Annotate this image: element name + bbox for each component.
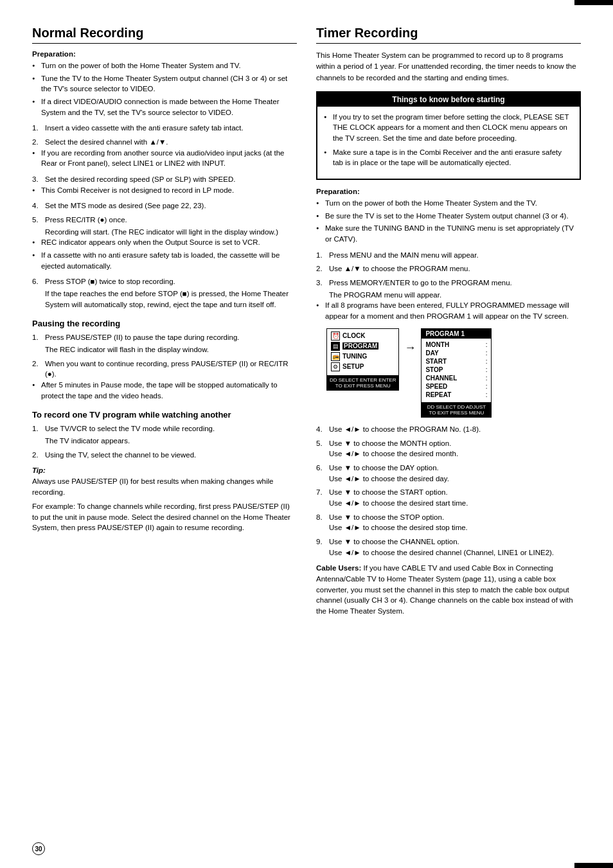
two-column-layout: Normal Recording Preparation: Turn on th…	[32, 26, 581, 617]
timer-step-9: 9. Use ▼ to choose the CHANNEL option. U…	[316, 536, 581, 558]
step-2: 2. Select the desired channel with ▲/▼. …	[32, 137, 297, 169]
page-container: Normal Recording Preparation: Turn on th…	[0, 0, 613, 868]
list-item: After 5 minutes in Pause mode, the tape …	[32, 380, 297, 401]
list-item: Turn on the power of both the Home Theat…	[316, 198, 581, 209]
program-footer: DD SELECT DD ADJUSTTO EXIT PRESS MENU	[422, 402, 491, 417]
cable-users-bold: Cable Users:	[316, 564, 361, 572]
record-tv-step-2: 2. Using the TV, select the channel to b…	[32, 450, 297, 461]
things-to-know-content: If you try to set the program timer befo…	[317, 107, 580, 179]
pause-step-1-note: The REC indicator will flash in the disp…	[32, 344, 297, 355]
menu-footer: DD SELECT ENTER ENTERTO EXIT PRESS MENU	[327, 375, 398, 390]
timer-step-5: 5. Use ▼ to choose the MONTH option. Use…	[316, 438, 581, 459]
tuning-icon: 📻	[331, 352, 340, 361]
right-preparation-label: Preparation:	[316, 188, 581, 195]
program-body: MONTH : DAY : START :	[422, 339, 491, 402]
record-tv-step-1-note: The TV indicator appears.	[32, 436, 297, 447]
field-month: MONTH :	[425, 341, 487, 348]
list-item: Tune the TV to the Home Theater System o…	[32, 73, 297, 94]
menu-row-program: ▤ PROGRAM	[331, 342, 395, 351]
program-header: PROGRAM 1	[422, 329, 491, 339]
list-item: Make sure a tape is in the Combi Receive…	[324, 147, 573, 168]
left-column: Normal Recording Preparation: Turn on th…	[32, 26, 297, 617]
step-6: 6. Press STOP (■) twice to stop recordin…	[32, 276, 297, 310]
timer-step-7: 7. Use ▼ to choose the START option. Use…	[316, 487, 581, 508]
step-5-note: Recording will start. (The REC indicator…	[32, 227, 297, 238]
menu-row-clock: ⏰ CLOCK	[331, 332, 395, 341]
step6-note: Use ◄/► to choose the desired day.	[316, 474, 581, 484]
record-tv-step-1: 1. Use TV/VCR to select the TV mode whil…	[32, 423, 297, 446]
menu-row-setup: ⚙ SETUP	[331, 362, 395, 371]
pause-step-1: 1. Press PAUSE/STEP (II) to pause the ta…	[32, 332, 297, 355]
page-number: 30	[32, 842, 45, 855]
tuning-label: TUNING	[342, 353, 367, 360]
step7-note: Use ◄/► to choose the desired start time…	[316, 498, 581, 509]
timer-step-8: 8. Use ▼ to choose the STOP option. Use …	[316, 512, 581, 533]
things-to-know-box: Things to know before starting If you tr…	[316, 91, 581, 180]
right-preparation-list: Turn on the power of both the Home Theat…	[316, 198, 581, 245]
setup-icon: ⚙	[331, 362, 340, 371]
menu-diagram: ⏰ CLOCK ▤ PROGRAM 📻 TUNING	[326, 328, 581, 418]
clock-icon: ⏰	[331, 332, 340, 341]
step-2-sub: If you are recording from another source…	[32, 148, 297, 169]
step8-note: Use ◄/► to choose the desired stop time.	[316, 522, 581, 533]
things-bullets: If you try to set the program timer befo…	[324, 112, 573, 168]
top-bar	[574, 0, 613, 5]
program-menu: PROGRAM 1 MONTH : DAY : START	[421, 328, 492, 418]
program-label: PROGRAM	[342, 342, 378, 350]
pausing-steps: 1. Press PAUSE/STEP (II) to pause the ta…	[32, 332, 297, 401]
list-item: Make sure the TUNING BAND in the TUNING …	[316, 223, 581, 244]
timer-step-3-note: The PROGRAM menu will appear.	[316, 290, 581, 301]
clock-label: CLOCK	[342, 332, 366, 339]
field-day: DAY :	[425, 350, 487, 357]
bottom-bar	[574, 863, 613, 868]
timer-step-3-sub: If all 8 programs have been entered, FUL…	[316, 300, 581, 321]
normal-recording-steps: 1. Insert a video cassette with the anti…	[32, 123, 297, 310]
timer-intro: This Home Theater System can be programm…	[316, 50, 581, 84]
field-channel: CHANNEL :	[425, 375, 487, 382]
field-repeat: REPEAT :	[425, 391, 487, 398]
main-menu: ⏰ CLOCK ▤ PROGRAM 📻 TUNING	[326, 328, 399, 391]
timer-step-3: 3. Press MEMORY/ENTER to go to the PROGR…	[316, 278, 581, 322]
list-item: If a direct VIDEO/AUDIO connection is ma…	[32, 96, 297, 118]
timer-recording-title: Timer Recording	[316, 26, 581, 44]
arrow-connector: →	[404, 341, 416, 355]
page-number-area: 30	[32, 842, 45, 855]
step-4: 4. Set the MTS mode as desired (See page…	[32, 200, 297, 211]
timer-step-2: 2. Use ▲/▼ to choose the PROGRAM menu.	[316, 263, 581, 274]
program-menu-box: PROGRAM 1 MONTH : DAY : START	[421, 328, 492, 418]
list-item: Turn on the power of both the Home Theat…	[32, 60, 297, 71]
field-stop: STOP :	[425, 366, 487, 373]
timer-step-1: 1. Press MENU and the MAIN menu will app…	[316, 250, 581, 261]
step-6-note: If the tape reaches the end before STOP …	[32, 288, 297, 310]
pausing-title: Pausing the recording	[32, 319, 297, 328]
step-3-sub: This Combi Receiver is not designed to r…	[32, 185, 297, 196]
record-tv-title: To record one TV program while watching …	[32, 410, 297, 420]
preparation-list: Turn on the power of both the Home Theat…	[32, 60, 297, 118]
tip-label: Tip:	[32, 466, 297, 474]
program-icon: ▤	[331, 342, 340, 351]
field-start: START :	[425, 358, 487, 365]
list-item: Be sure the TV is set to the Home Theate…	[316, 211, 581, 222]
step-3: 3. Set the desired recording speed (SP o…	[32, 174, 297, 195]
tip-line-1: Always use PAUSE/STEP (II) for best resu…	[32, 476, 297, 497]
list-item: If a cassette with no anti erasure safet…	[32, 250, 297, 271]
timer-steps-2: 4. Use ◄/► to choose the PROGRAM No. (1-…	[316, 424, 581, 558]
list-item: If you try to set the program timer befo…	[324, 112, 573, 144]
right-column: Timer Recording This Home Theater System…	[316, 26, 581, 617]
things-to-know-header: Things to know before starting	[317, 93, 580, 107]
pause-step-2: 2. When you want to continue recording, …	[32, 359, 297, 402]
cable-users-note: Cable Users: If you have CABLE TV and us…	[316, 563, 581, 616]
list-item: REC indicator appears only when the Outp…	[32, 237, 297, 248]
pause-step-2-sub: After 5 minutes in Pause mode, the tape …	[32, 380, 297, 401]
field-speed: SPEED :	[425, 383, 487, 390]
list-item: If you are recording from another source…	[32, 148, 297, 169]
record-tv-steps: 1. Use TV/VCR to select the TV mode whil…	[32, 423, 297, 460]
setup-label: SETUP	[342, 363, 364, 370]
list-item: This Combi Receiver is not designed to r…	[32, 185, 297, 196]
list-item: If all 8 programs have been entered, FUL…	[316, 300, 581, 321]
preparation-label: Preparation:	[32, 50, 297, 58]
timer-step-6: 6. Use ▼ to choose the DAY option. Use ◄…	[316, 463, 581, 484]
step-5: 5. Press REC/ITR (●) once. Recording wil…	[32, 215, 297, 271]
normal-recording-title: Normal Recording	[32, 26, 297, 44]
step-5-sub: REC indicator appears only when the Outp…	[32, 237, 297, 271]
